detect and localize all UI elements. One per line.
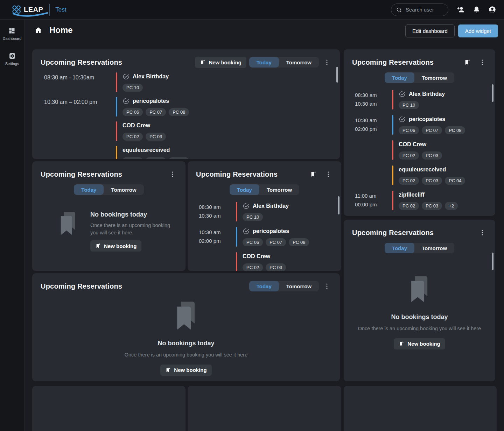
new-booking-button[interactable]: New booking — [195, 57, 246, 68]
reservation-row[interactable]: equuleusreceived PC 02 PC 03 PC 04 — [352, 165, 487, 185]
tab-tomorrow[interactable]: Tomorrow — [259, 184, 299, 195]
scrollbar-thumb[interactable] — [492, 253, 493, 270]
empty-title: No bookings today — [158, 340, 215, 347]
scrollbar-thumb[interactable] — [338, 196, 340, 214]
tab-today[interactable]: Today — [74, 184, 104, 195]
new-booking-icon-button[interactable] — [464, 58, 472, 66]
tab-today[interactable]: Today — [249, 57, 279, 68]
status-bar — [236, 252, 237, 271]
sidebar-item-settings[interactable]: Settings — [5, 52, 19, 66]
reservation-time: 10:30 am 02:00 pm — [196, 227, 236, 247]
reservation-list: 08:30 am 10:30 am Alex Birthday PC 10 10 — [352, 90, 487, 210]
pc-chip: PC 07 — [422, 126, 442, 134]
reservation-row[interactable]: 08:30 am - 10:30am Alex Birthday PC 10 — [41, 72, 331, 92]
reservation-list: 08:30 am 10:30 am Alex Birthday PC 10 10 — [196, 202, 333, 271]
status-bar — [116, 72, 117, 92]
reservation-row[interactable]: COD Crew PC 02 PC 03 — [352, 140, 487, 160]
reservation-name: equuleusreceived — [399, 167, 446, 173]
pc-chip: PC 08 — [169, 108, 189, 116]
widget-menu-button[interactable] — [169, 170, 177, 178]
account-circle-icon — [488, 6, 496, 14]
bookmark-add-icon — [200, 59, 205, 65]
search-icon — [396, 7, 402, 13]
widget-title: Upcoming Reservations — [352, 58, 434, 66]
widget-upcoming-reservations-mid-left: Upcoming Reservations Today Tomorrow No … — [32, 161, 186, 271]
pc-chip: PC 03 — [422, 151, 442, 160]
page-header: Home — [34, 25, 73, 35]
widget-title: Upcoming Reservations — [352, 229, 434, 237]
bookmark-add-icon — [399, 341, 404, 347]
pc-chip: PC 03 — [422, 177, 442, 185]
tab-today[interactable]: Today — [249, 281, 279, 291]
reservation-row[interactable]: 10:30 am 02:00 pm pericopalotes PC 06 PC… — [352, 115, 487, 135]
account-button[interactable] — [488, 6, 496, 14]
day-toggle: Today Tomorrow — [74, 184, 144, 195]
widget-upcoming-reservations-top-right: Upcoming Reservations Today Tomorrow 08:… — [344, 49, 495, 216]
reservation-list: 08:30 am - 10:30am Alex Birthday PC 10 1… — [41, 72, 331, 159]
empty-subtitle: Once there is an upcoming booking you wi… — [125, 351, 247, 359]
tab-tomorrow[interactable]: Tomorrow — [414, 243, 454, 253]
tab-tomorrow[interactable]: Tomorrow — [279, 281, 319, 291]
widget-title: Upcoming Reservations — [196, 170, 278, 178]
sidebar-item-dashboard[interactable]: Dashboard — [3, 27, 22, 41]
reservation-row[interactable]: equuleusreceived PC 02 PC 03 PC 04 — [41, 146, 331, 159]
kebab-icon — [169, 170, 176, 178]
bookmarks-illustration-icon — [57, 211, 80, 238]
scrollbar-thumb[interactable] — [336, 67, 338, 83]
widget-placeholder-2 — [188, 386, 341, 431]
scrollbar-thumb[interactable] — [492, 84, 493, 102]
widget-menu-button[interactable] — [323, 282, 331, 290]
tab-today[interactable]: Today — [230, 184, 259, 195]
tab-tomorrow[interactable]: Tomorrow — [279, 57, 319, 68]
tab-today[interactable]: Today — [385, 72, 414, 83]
search-user-field[interactable] — [391, 3, 448, 16]
pc-chip: PC 07 — [266, 238, 286, 246]
tab-tomorrow[interactable]: Tomorrow — [414, 72, 454, 83]
widget-title: Upcoming Reservations — [41, 58, 122, 66]
new-booking-button[interactable]: New booking — [160, 365, 211, 376]
search-input[interactable] — [406, 7, 443, 13]
reservation-time — [352, 165, 392, 185]
reservation-row[interactable]: 08:30 am 10:30 am Alex Birthday PC 10 — [196, 202, 333, 221]
tab-today[interactable]: Today — [385, 243, 414, 253]
widget-menu-button[interactable] — [324, 170, 333, 178]
empty-title: No bookings today — [90, 211, 177, 218]
pc-chip: PC 03 — [146, 133, 166, 141]
reservation-row[interactable]: 11:00 am 00:00 pm zipfilecliff PC 02 PC … — [352, 191, 487, 210]
bookmark-add-icon — [464, 59, 471, 66]
brand-divider — [49, 4, 50, 16]
edit-dashboard-button[interactable]: Edit dashboard — [405, 24, 455, 37]
tab-tomorrow[interactable]: Tomorrow — [104, 184, 144, 195]
new-booking-button[interactable]: New booking — [90, 240, 141, 252]
add-widget-button[interactable]: Add widget — [458, 24, 498, 37]
add-user-button[interactable] — [457, 6, 465, 14]
reservation-time: 08:30 am 10:30 am — [352, 90, 392, 109]
kebab-icon — [478, 229, 486, 236]
pc-chip: PC 08 — [289, 238, 309, 246]
notifications-button[interactable] — [472, 6, 481, 14]
reservation-row[interactable]: COD Crew PC 02 PC 03 — [41, 121, 331, 141]
reservation-name: equuleusreceived — [122, 147, 170, 153]
new-booking-icon-button[interactable] — [310, 170, 318, 178]
pc-chip: PC 04 — [445, 177, 465, 185]
reservation-row[interactable]: 10:30 am 02:00 pm pericopalotes PC 06 PC… — [196, 227, 333, 247]
reservation-row[interactable]: 10:30 am – 02:00 pm pericopalotes PC 06 … — [41, 97, 331, 116]
widget-upcoming-reservations-mid-center: Upcoming Reservations Today Tomorrow 08:… — [188, 161, 341, 271]
pc-chip: PC 02 — [399, 151, 419, 160]
pc-chip: PC 10 — [122, 84, 143, 92]
empty-state: No bookings today Once there is an upcom… — [352, 275, 487, 349]
new-booking-button[interactable]: New booking — [394, 338, 445, 349]
widget-menu-button[interactable] — [478, 228, 487, 237]
reservation-name: zipfilecliff — [399, 192, 425, 198]
topbar-actions — [391, 3, 496, 16]
reservation-row[interactable]: 08:30 am 10:30 am Alex Birthday PC 10 — [352, 90, 487, 109]
reservation-row[interactable]: COD Crew PC 02 PC 03 — [196, 252, 333, 271]
header-actions: Edit dashboard Add widget — [405, 24, 498, 37]
widget-menu-button[interactable] — [323, 58, 331, 66]
widget-menu-button[interactable] — [478, 58, 487, 66]
kebab-icon — [323, 282, 331, 290]
reservation-name: pericopalotes — [253, 228, 289, 234]
day-toggle: Today Tomorrow — [249, 57, 319, 68]
bookmark-add-icon — [95, 243, 101, 249]
bell-icon — [472, 6, 481, 14]
